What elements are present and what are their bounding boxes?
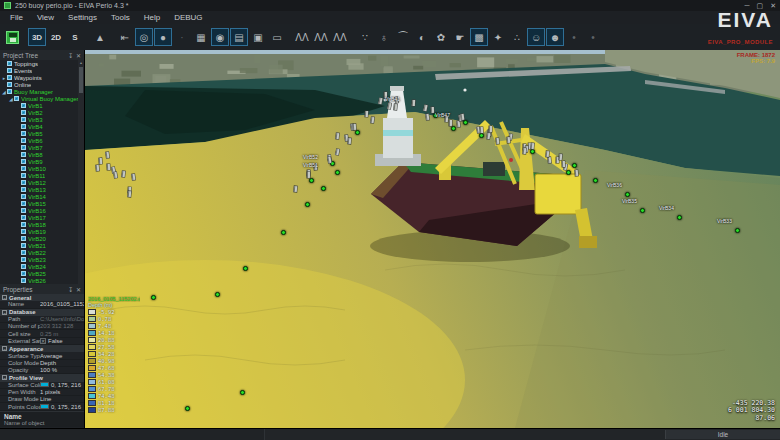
collapse-box-icon[interactable]: – [2,375,7,380]
checkbox-x-icon[interactable]: ✕ [40,338,46,344]
buoy-structure-marker[interactable] [132,174,136,180]
section-appearance[interactable]: –Appearance [0,345,84,352]
view-2d-button[interactable]: 2D [47,28,65,46]
checkbox-icon[interactable]: ✓ [7,89,12,94]
pin-icon[interactable]: ↧ [68,286,73,293]
buoy-structure-marker[interactable] [106,152,110,158]
tree-item-virb8[interactable]: ✓VirB8 [0,151,78,158]
checkbox-icon[interactable]: ✓ [21,208,26,213]
buoy-green-dot[interactable] [185,406,190,411]
checkbox-icon[interactable]: ✓ [21,194,26,199]
checkbox-icon[interactable]: ✓ [21,138,26,143]
checkbox-icon[interactable]: ✓ [21,110,26,115]
palette-icon[interactable]: ✿ [432,28,450,46]
buoy-green-dot[interactable] [566,170,571,175]
prop-draw-mode[interactable]: Draw ModeLine [0,396,84,403]
buoy-structure-marker[interactable] [457,121,461,127]
checkbox-icon[interactable]: ✓ [21,222,26,227]
prop-name[interactable]: Name2016_0105_115202.db [0,301,84,308]
prop-value[interactable]: 1 pixels [40,389,84,395]
tree-item-virb12[interactable]: ✓VirB12 [0,179,78,186]
menu-help[interactable]: Help [137,11,167,24]
buoy-green-dot[interactable] [735,228,740,233]
checkbox-icon[interactable]: ✓ [21,264,26,269]
checkbox-icon[interactable]: ✓ [21,180,26,185]
prop-value[interactable]: 0.25 m [40,331,84,337]
buoy-green-dot[interactable] [530,149,535,154]
prop-cell-size[interactable]: Cell size0.25 m [0,330,84,337]
profile-seabed-icon[interactable]: ΛΛ [293,28,311,46]
contrast-icon[interactable]: ◐ [413,28,431,46]
buoy-green-dot[interactable] [309,178,314,183]
tree-item-virb22[interactable]: ✓VirB22 [0,249,78,256]
tree-item-virb15[interactable]: ✓VirB15 [0,200,78,207]
tree-item-virb25[interactable]: ✓VirB25 [0,270,78,277]
smiley-filled-icon[interactable]: ☻ [546,28,564,46]
checkbox-icon[interactable]: ✓ [7,61,12,66]
tree-item-virb13[interactable]: ✓VirB13 [0,186,78,193]
menu-debug[interactable]: DEBUG [167,11,209,24]
close-icon[interactable]: ✕ [76,52,81,59]
buoy-green-dot[interactable] [572,163,577,168]
checkbox-icon[interactable]: ✓ [21,145,26,150]
buoy-structure-marker[interactable] [127,191,130,197]
navigation-ball-icon[interactable]: ◎ [135,28,153,46]
prop-value[interactable]: 203 312 128 [40,323,84,329]
checkbox-icon[interactable]: ✓ [7,68,12,73]
buoy-green-dot[interactable] [625,192,630,197]
shaded-square-icon[interactable]: ▩ [470,28,488,46]
prop-opacity[interactable]: Opacity100 % [0,367,84,374]
checkbox-icon[interactable]: ✓ [21,271,26,276]
tree-item-virb21[interactable]: ✓VirB21 [0,242,78,249]
tree-item-virb24[interactable]: ✓VirB24 [0,263,78,270]
prop-value[interactable]: Line [40,396,84,402]
tree-item-events[interactable]: ✓Events [0,67,78,74]
buoy-structure-marker[interactable] [335,133,339,139]
profile-baseline-icon[interactable]: ΛΛ [331,28,349,46]
tree-item-virb26[interactable]: ✓VirB26 [0,277,78,284]
buoy-green-dot[interactable] [305,202,310,207]
buoy-structure-marker[interactable] [348,138,351,144]
tree-item-virb5[interactable]: ✓VirB5 [0,130,78,137]
tree-item-virb1[interactable]: ✓VirB1 [0,102,78,109]
route-nodes-icon[interactable]: ∵ [356,28,374,46]
tree-item-virb18[interactable]: ✓VirB18 [0,221,78,228]
checkbox-icon[interactable]: ✓ [7,75,12,80]
profile-spikes-icon[interactable]: ΛΛ [312,28,330,46]
tree-item-buoy-manager[interactable]: ◢✓Buoy Manager [0,88,78,95]
keyboard-icon[interactable]: ▤ [230,28,248,46]
buoy-structure-marker[interactable] [431,107,434,113]
tree-item-toppings[interactable]: ✓Toppings [0,60,78,67]
buoy-green-dot[interactable] [240,390,245,395]
buoy-structure-marker[interactable] [307,172,310,178]
checkbox-icon[interactable]: ✓ [21,257,26,262]
globe-icon[interactable]: ◉ [211,28,229,46]
prop-value[interactable]: Depth [40,360,84,366]
buoy-green-dot[interactable] [335,170,340,175]
collapse-box-icon[interactable]: – [2,295,7,300]
tree-scrollbar[interactable]: ▴ [78,60,84,284]
prop-path[interactable]: PathC:\Users\Info\Documen [0,316,84,323]
menu-file[interactable]: File [3,11,30,24]
prop-value[interactable]: Average [40,353,84,359]
small-node-minus-icon[interactable]: • [584,28,602,46]
tree-item-virb16[interactable]: ✓VirB16 [0,207,78,214]
pin-icon[interactable]: ↧ [68,52,73,59]
buoy-green-dot[interactable] [243,266,248,271]
small-node-icon[interactable]: • [565,28,583,46]
prop-external-saving[interactable]: External Saving✕False [0,338,84,345]
cone-marker-icon[interactable]: ▲ [91,28,109,46]
tree-item-virb3[interactable]: ✓VirB3 [0,116,78,123]
checkbox-icon[interactable]: ✓ [21,187,26,192]
menu-view[interactable]: View [30,11,61,24]
buoy-structure-marker[interactable] [548,157,552,163]
smiley-outline-icon[interactable]: ☺ [527,28,545,46]
checkbox-icon[interactable]: ✓ [14,96,19,101]
prop-value[interactable]: C:\Users\Info\Documen [40,316,84,322]
bulb-icon[interactable]: ✦ [489,28,507,46]
buoy-structure-marker[interactable] [558,154,562,160]
checkbox-icon[interactable]: ✓ [21,278,26,283]
tree-item-virb7[interactable]: ✓VirB7 [0,144,78,151]
checkbox-icon[interactable]: ✓ [21,173,26,178]
buoy-structure-marker[interactable] [394,104,398,110]
